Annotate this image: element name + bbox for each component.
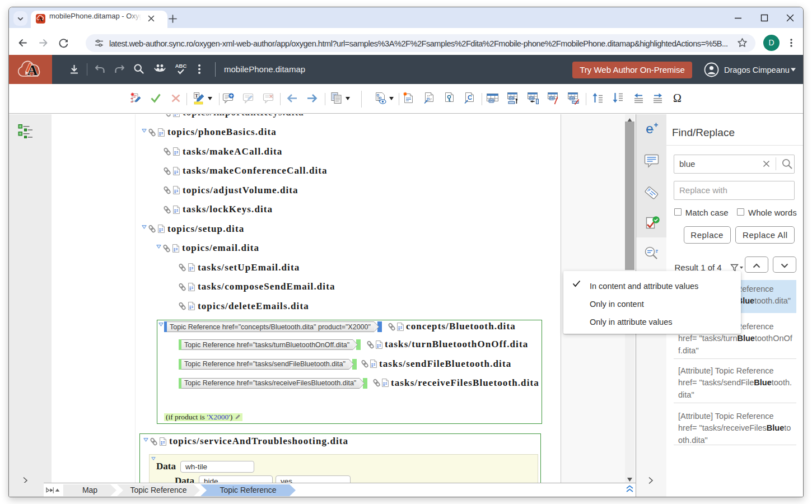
svg-text:A: A — [27, 62, 38, 78]
svg-text:ABC: ABC — [175, 63, 187, 69]
svg-text:T: T — [195, 93, 198, 99]
svg-text:A: A — [39, 16, 43, 22]
svg-text:e: e — [646, 121, 653, 136]
svg-text:C: C — [468, 94, 472, 101]
